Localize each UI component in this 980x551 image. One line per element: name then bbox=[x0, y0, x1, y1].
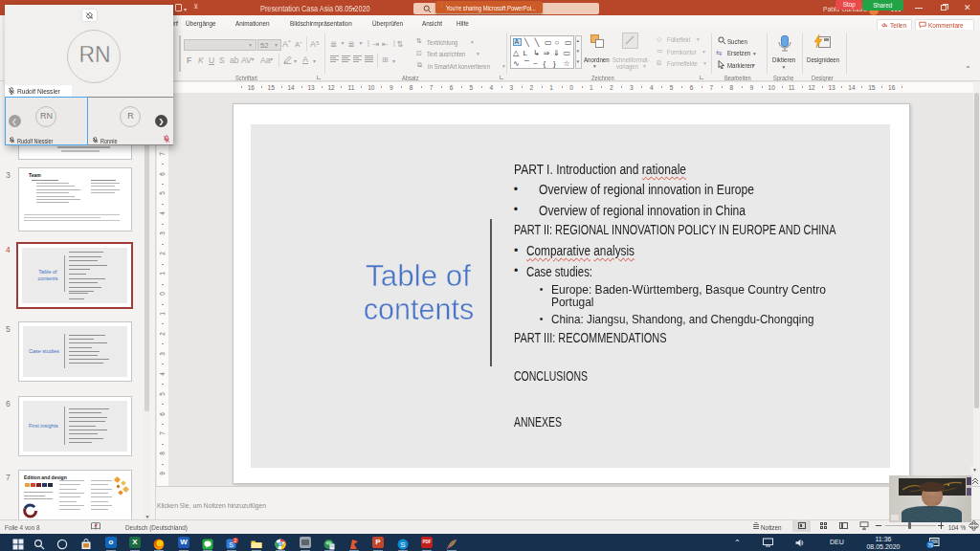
svg-text:79: 79 bbox=[927, 543, 933, 548]
svg-text:2: 2 bbox=[234, 538, 237, 543]
svg-text:S: S bbox=[400, 540, 405, 549]
svg-text:S: S bbox=[229, 541, 234, 548]
